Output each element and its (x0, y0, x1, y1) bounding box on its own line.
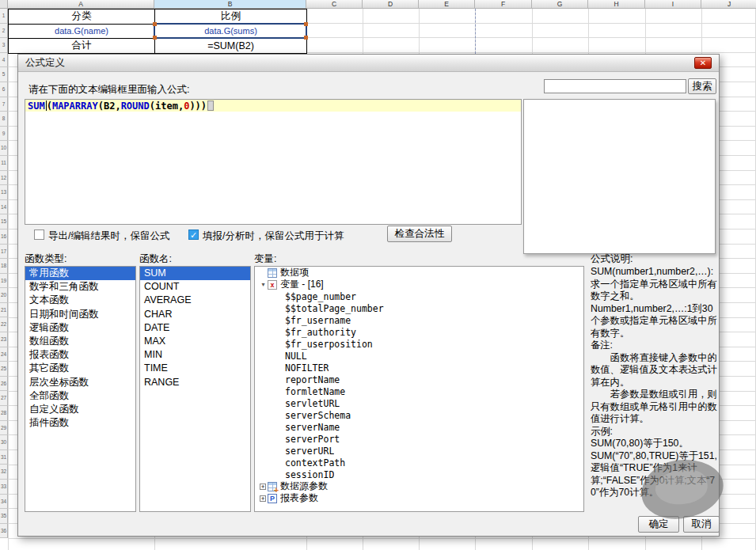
row-header-30[interactable]: 30 (0, 435, 8, 450)
variable-tree-item[interactable]: contextPath (255, 457, 583, 468)
function-name-item[interactable]: TIME (140, 362, 250, 375)
variable-tree-item[interactable]: $$page_number (255, 290, 583, 302)
variable-tree-item[interactable]: serverURL (255, 445, 583, 457)
row-header-26[interactable]: 26 (0, 377, 8, 392)
checkbox-keep-formula-for-analysis[interactable]: ✓ (188, 229, 199, 240)
function-type-item[interactable]: 日期和时间函数 (25, 308, 135, 321)
col-header-H[interactable]: H (588, 0, 645, 9)
variable-tree-item[interactable]: $fr_userposition (255, 338, 583, 350)
variable-tree-item[interactable]: reportName (255, 374, 583, 385)
cell-B1[interactable]: 比例 (155, 9, 307, 25)
function-type-item[interactable]: 自定义函数 (25, 403, 135, 416)
row-header-11[interactable]: 11 (0, 156, 8, 171)
function-type-item[interactable]: 层次坐标函数 (25, 376, 135, 389)
cell-A3[interactable]: 合计 (9, 39, 155, 54)
row-header-22[interactable]: 22 (0, 317, 8, 332)
row-header-24[interactable]: 24 (0, 347, 8, 362)
variable-tree-item[interactable]: 报表参数 (255, 492, 583, 504)
variable-tree-item[interactable]: $fr_username (255, 314, 583, 326)
tree-expand-icon[interactable] (260, 495, 266, 502)
row-header-8[interactable]: 8 (0, 112, 8, 127)
search-input[interactable] (544, 79, 686, 93)
col-header-E[interactable]: E (419, 0, 475, 9)
row-header-7[interactable]: 7 (0, 97, 8, 112)
row-header-36[interactable]: 36 (0, 524, 8, 539)
row-header-2[interactable]: 2 (0, 24, 8, 39)
col-header-C[interactable]: C (306, 0, 363, 9)
row-header-5[interactable]: 5 (0, 67, 8, 82)
ok-button[interactable]: 确定 (638, 516, 679, 533)
function-type-item[interactable]: 逻辑函数 (25, 321, 135, 335)
variable-tree-item[interactable]: formletName (255, 385, 583, 397)
function-name-item[interactable]: MAX (140, 335, 250, 348)
function-name-item[interactable]: SUM (140, 267, 250, 280)
variable-tree-item[interactable]: $$totalPage_number (255, 302, 583, 314)
function-type-item[interactable]: 报表函数 (25, 348, 135, 362)
function-type-item[interactable]: 全部函数 (25, 389, 135, 403)
dialog-titlebar[interactable]: 公式定义 ✕ (18, 55, 719, 72)
col-header-G[interactable]: G (532, 0, 588, 9)
col-header-I[interactable]: I (645, 0, 701, 9)
row-header-15[interactable]: 15 (0, 214, 8, 229)
function-name-item[interactable]: AVERAGE (140, 294, 250, 307)
function-type-item[interactable]: 常用函数 (25, 267, 135, 280)
row-header-6[interactable]: 6 (0, 82, 8, 97)
function-type-item[interactable]: 插件函数 (25, 416, 135, 430)
variable-tree-item[interactable]: 数据项 (255, 267, 583, 279)
variable-tree-item[interactable]: 数据源参数 (255, 480, 583, 492)
variable-tree-item[interactable]: servletURL (255, 397, 583, 409)
variable-tree-item[interactable]: sessionID (255, 468, 583, 480)
row-header-28[interactable]: 28 (0, 406, 8, 421)
variable-tree-item[interactable]: serverName (255, 421, 583, 433)
variable-tree-item[interactable]: ▾变量 - [16] (255, 279, 583, 290)
col-header-B[interactable]: B (154, 0, 306, 9)
variable-tree-item[interactable]: serverPort (255, 433, 583, 445)
function-type-item[interactable]: 文本函数 (25, 294, 135, 307)
row-header-19[interactable]: 19 (0, 274, 8, 289)
row-header-9[interactable]: 9 (0, 127, 8, 142)
row-header-25[interactable]: 25 (0, 362, 8, 377)
cell-A2[interactable]: data.G(name) (9, 25, 155, 40)
row-header-21[interactable]: 21 (0, 303, 8, 318)
row-header-20[interactable]: 20 (0, 288, 8, 303)
row-header-1[interactable]: 1 (0, 9, 8, 24)
checkbox-keep-formula-on-export[interactable] (34, 229, 44, 240)
row-header-12[interactable]: 12 (0, 171, 8, 186)
tree-expand-icon[interactable]: ▾ (259, 281, 268, 288)
function-name-item[interactable]: DATE (140, 321, 250, 335)
row-header-29[interactable]: 29 (0, 421, 8, 436)
row-header-33[interactable]: 33 (0, 480, 8, 495)
row-header-34[interactable]: 34 (0, 495, 8, 510)
col-header-A[interactable]: A (8, 0, 154, 9)
function-type-item[interactable]: 数组函数 (25, 335, 135, 348)
close-button[interactable]: ✕ (694, 57, 712, 69)
cell-A1[interactable]: 分类 (9, 9, 155, 25)
row-header-32[interactable]: 32 (0, 465, 8, 480)
col-header-F[interactable]: F (475, 0, 532, 9)
sheet-corner-cell[interactable] (0, 0, 8, 9)
row-header-35[interactable]: 35 (0, 509, 8, 524)
search-button[interactable]: 搜索 (688, 78, 716, 94)
row-header-27[interactable]: 27 (0, 391, 8, 406)
function-name-item[interactable]: COUNT (140, 280, 250, 294)
row-header-13[interactable]: 13 (0, 185, 8, 200)
formula-editor[interactable]: SUM(MAPARRAY(B2,ROUND(item,0))) (25, 99, 522, 225)
variable-tree-item[interactable]: NOFILTER (255, 362, 583, 374)
variable-tree-item[interactable]: NULL (255, 350, 583, 362)
col-header-D[interactable]: D (363, 0, 419, 9)
row-header-23[interactable]: 23 (0, 332, 8, 347)
function-type-item[interactable]: 数学和三角函数 (25, 280, 135, 294)
row-header-4[interactable]: 4 (0, 53, 8, 68)
row-header-10[interactable]: 10 (0, 141, 8, 156)
cell-B3[interactable]: =SUM(B2) (155, 39, 307, 54)
function-name-item[interactable]: MIN (140, 348, 250, 362)
variable-tree-item[interactable]: serverSchema (255, 409, 583, 421)
tree-expand-icon[interactable] (260, 484, 266, 490)
cell-B2[interactable]: data.G(sums) (155, 25, 307, 40)
row-header-14[interactable]: 14 (0, 200, 8, 215)
variable-tree-item[interactable]: $fr_authority (255, 326, 583, 338)
function-name-item[interactable]: RANGE (140, 376, 250, 389)
col-header-J[interactable]: J (701, 0, 756, 9)
function-name-item[interactable]: CHAR (140, 308, 250, 321)
row-header-3[interactable]: 3 (0, 38, 8, 53)
